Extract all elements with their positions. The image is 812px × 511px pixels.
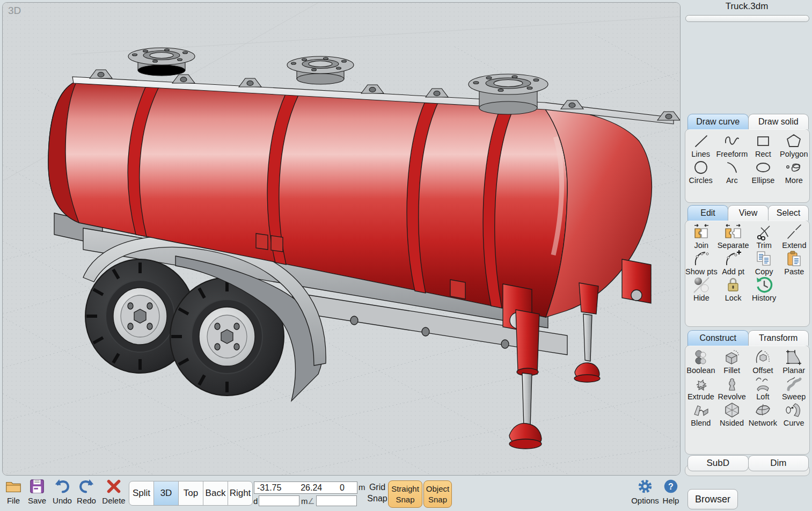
delete-x-icon	[105, 478, 123, 495]
tool-planar[interactable]: Planar	[778, 348, 809, 375]
extend-icon	[785, 223, 804, 242]
tab-construct[interactable]: Construct	[687, 330, 749, 346]
tool-copy[interactable]: Copy	[749, 250, 779, 276]
fillet-icon	[722, 348, 742, 367]
view-3d-button[interactable]: 3D	[153, 481, 179, 506]
angle-input[interactable]	[316, 495, 357, 506]
offset-icon	[753, 348, 772, 367]
construct-tabs: Construct Transform	[687, 330, 808, 346]
tool-ellipse[interactable]: Ellipse	[748, 158, 778, 185]
undo-button[interactable]: Undo	[50, 478, 75, 505]
loft-icon	[753, 375, 772, 393]
floppy-icon	[28, 478, 46, 495]
tool-hide[interactable]: Hide	[685, 276, 718, 302]
tool-freeform[interactable]: Freeform	[716, 132, 748, 158]
tool-revolve[interactable]: Revolve	[716, 375, 748, 401]
help-icon: ?	[662, 478, 680, 495]
tool-trim[interactable]: Trim	[749, 223, 779, 250]
gear-icon	[636, 478, 654, 495]
tool-circles[interactable]: Circles	[685, 158, 716, 185]
hide-icon	[692, 276, 711, 294]
3d-viewport[interactable]: 3D	[2, 2, 681, 476]
tool-separate[interactable]: Separate	[718, 223, 749, 250]
tool-curve[interactable]: Curve	[778, 401, 809, 427]
save-button[interactable]: Save	[25, 478, 49, 505]
angle-symbol: ∠	[308, 497, 314, 506]
tool-lock[interactable]: Lock	[718, 276, 749, 302]
coord-x: -31.75	[254, 483, 294, 493]
tool-more[interactable]: More	[779, 158, 809, 185]
folder-icon	[4, 478, 23, 495]
arc-icon	[722, 158, 742, 177]
tool-rect[interactable]: Rect	[748, 132, 778, 158]
redo-button[interactable]: Redo	[74, 478, 99, 505]
view-switcher: Split 3D Top Back Right	[129, 481, 253, 506]
copy-icon	[755, 250, 774, 268]
tool-add-pt[interactable]: Add pt	[718, 250, 749, 276]
revolve-icon	[722, 375, 742, 393]
draw-curve-panel: Lines Freeform Rect Polygon Circles Arc …	[685, 129, 810, 203]
distance-label: d	[253, 497, 258, 506]
distance-input[interactable]	[259, 495, 299, 506]
rect-icon	[754, 132, 773, 150]
object-snap-toggle[interactable]: Object Snap	[423, 480, 452, 508]
tool-paste[interactable]: Paste	[779, 250, 809, 276]
tanker-model-scene	[3, 3, 680, 475]
tab-draw-curve[interactable]: Draw curve	[687, 114, 749, 129]
tab-view[interactable]: View	[728, 205, 769, 221]
tab-select[interactable]: Select	[768, 205, 809, 221]
tool-nsided[interactable]: Nsided	[716, 401, 748, 427]
bottom-toolbar: File Save Undo Redo Delete Split 3D Top …	[0, 476, 681, 511]
separate-icon	[723, 223, 743, 242]
tool-blend[interactable]: Blend	[685, 401, 716, 427]
tool-join[interactable]: Join	[685, 223, 718, 250]
svg-text:?: ?	[668, 482, 674, 491]
tool-sidebar: Truck.3dm Draw curve Draw solid Lines Fr…	[682, 0, 812, 511]
view-top-button[interactable]: Top	[178, 481, 203, 506]
add-point-icon	[723, 250, 743, 268]
edit-panel: Join Separate Trim Extend Show pts Add p…	[685, 220, 810, 327]
tab-edit[interactable]: Edit	[687, 205, 728, 221]
tool-extend[interactable]: Extend	[779, 223, 809, 250]
sweep-icon	[784, 375, 803, 393]
ellipse-icon	[754, 158, 773, 177]
grid-snap-toggle[interactable]: Grid Snap	[365, 481, 389, 504]
tool-boolean[interactable]: Boolean	[685, 348, 716, 375]
view-split-button[interactable]: Split	[129, 481, 154, 506]
tool-loft[interactable]: Loft	[748, 375, 779, 401]
tool-arc[interactable]: Arc	[716, 158, 748, 185]
sidebar-scrollbar[interactable]	[685, 15, 809, 22]
tool-show-pts[interactable]: Show pts	[685, 250, 718, 276]
coord-unit-label: m	[359, 483, 365, 492]
lock-icon	[723, 276, 743, 294]
browser-button[interactable]: Browser	[687, 489, 738, 509]
straight-snap-toggle[interactable]: Straight Snap	[388, 480, 422, 508]
subd-button[interactable]: SubD	[687, 455, 749, 471]
tool-extrude[interactable]: Extrude	[685, 375, 716, 401]
construct-panel: Boolean Fillet Offset Planar Extrude Rev…	[685, 345, 810, 455]
polygon-icon	[784, 132, 803, 150]
tool-lines[interactable]: Lines	[685, 132, 716, 158]
dim-button[interactable]: Dim	[748, 455, 809, 471]
delete-button[interactable]: Delete	[99, 478, 129, 505]
coordinate-readout[interactable]: -31.75 26.24 0	[254, 481, 357, 494]
boolean-icon	[691, 348, 711, 367]
paste-icon	[785, 250, 804, 268]
view-right-button[interactable]: Right	[228, 481, 253, 506]
tool-polygon[interactable]: Polygon	[779, 132, 809, 158]
tab-draw-solid[interactable]: Draw solid	[748, 114, 809, 129]
tool-history[interactable]: History	[749, 276, 779, 302]
more-icon	[784, 158, 803, 177]
help-button[interactable]: ? Help	[659, 478, 683, 505]
tool-sweep[interactable]: Sweep	[778, 375, 809, 401]
lines-icon	[691, 132, 711, 150]
view-back-button[interactable]: Back	[203, 481, 228, 506]
tab-transform[interactable]: Transform	[748, 330, 809, 346]
tool-network[interactable]: Network	[748, 401, 779, 427]
edit-tabs: Edit View Select	[687, 205, 808, 221]
tool-fillet[interactable]: Fillet	[716, 348, 748, 375]
options-button[interactable]: Options	[632, 478, 659, 505]
tool-offset[interactable]: Offset	[748, 348, 779, 375]
redo-icon	[77, 478, 96, 495]
file-button[interactable]: File	[1, 478, 26, 505]
